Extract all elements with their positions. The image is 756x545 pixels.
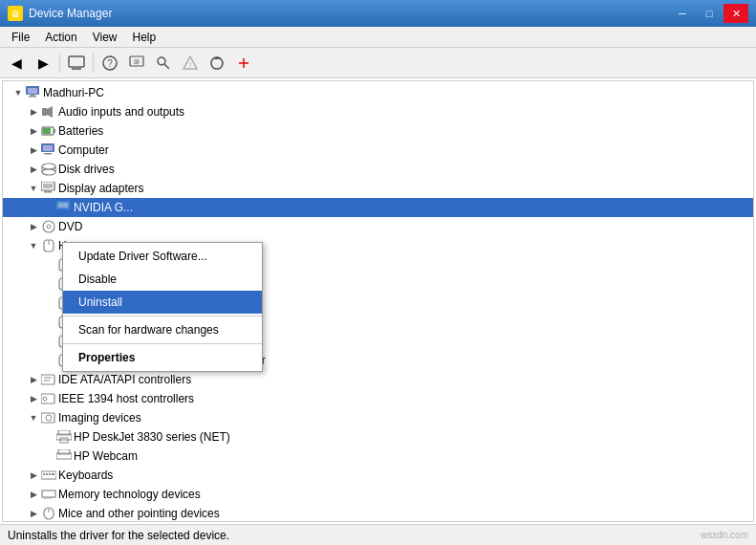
printer-icon xyxy=(56,429,72,445)
svg-rect-56 xyxy=(41,413,54,423)
tree-label-displayadapters: Display adapters xyxy=(58,182,143,195)
ide-icon xyxy=(41,372,56,387)
back-button[interactable]: ◀ xyxy=(4,52,29,75)
tree-item-diskdrives[interactable]: ▶ Disk drives xyxy=(3,160,753,179)
tree-label-dvd: DVD xyxy=(58,220,82,233)
ieee-icon xyxy=(41,391,56,406)
toolbar-icon-5[interactable]: ! xyxy=(178,52,203,75)
svg-rect-18 xyxy=(42,108,47,116)
ctx-disable[interactable]: Disable xyxy=(63,268,262,291)
svg-point-7 xyxy=(158,57,165,65)
window-title: Device Manager xyxy=(29,7,112,20)
svg-point-57 xyxy=(46,415,52,421)
minimize-button[interactable]: ─ xyxy=(670,4,695,23)
ctx-update-driver[interactable]: Update Driver Software... xyxy=(63,245,262,268)
tree-item-memory[interactable]: ▶ Memory technology devices xyxy=(3,485,753,504)
svg-text:?: ? xyxy=(107,58,113,69)
tree-item-hp-webcam[interactable]: HP Webcam xyxy=(3,447,753,466)
tree-item-keyboards[interactable]: ▶ Keyboards xyxy=(3,466,753,485)
tree-label-audio: Audio inputs and outputs xyxy=(58,105,184,119)
tree-item-ieee[interactable]: ▶ IEEE 1394 host controllers xyxy=(3,389,753,408)
svg-rect-31 xyxy=(43,184,53,188)
memory-icon xyxy=(41,487,56,502)
expand-ieee[interactable]: ▶ xyxy=(26,391,41,406)
svg-rect-32 xyxy=(44,191,52,193)
device-tree[interactable]: ▼ Madhuri-PC ▶ Audio inputs and outputs … xyxy=(2,80,754,522)
tree-label-diskdrives: Disk drives xyxy=(58,163,115,176)
tree-item-batteries[interactable]: ▶ Batteries xyxy=(3,121,753,141)
tree-item-displayadapters[interactable]: ▼ Display adapters xyxy=(3,179,753,198)
expand-keyboards[interactable]: ▶ xyxy=(26,468,41,483)
maximize-button[interactable]: □ xyxy=(697,4,722,23)
menu-action[interactable]: Action xyxy=(37,29,84,46)
svg-rect-34 xyxy=(58,203,68,207)
expand-hid3 xyxy=(41,295,56,311)
expand-mice[interactable]: ▶ xyxy=(26,506,41,521)
dvd-icon xyxy=(41,219,56,234)
tree-item-ide[interactable]: ▶ IDE ATA/ATAPI controllers xyxy=(3,370,753,389)
context-menu: Update Driver Software... Disable Uninst… xyxy=(62,242,263,372)
tree-item-root[interactable]: ▼ Madhuri-PC xyxy=(3,83,753,102)
expand-computer[interactable]: ▶ xyxy=(26,142,41,158)
expand-imaging[interactable]: ▼ xyxy=(26,410,41,425)
tree-item-computer[interactable]: ▶ Computer xyxy=(3,141,753,160)
svg-point-35 xyxy=(43,221,54,232)
toolbar-icon-7[interactable] xyxy=(231,52,256,75)
tree-label-hp-webcam: HP Webcam xyxy=(74,449,138,463)
computer-icon-btn[interactable] xyxy=(64,52,89,75)
toolbar-icon-4[interactable] xyxy=(151,52,176,75)
tree-item-imaging[interactable]: ▼ Imaging devices xyxy=(3,408,753,427)
tree-item-audio[interactable]: ▶ Audio inputs and outputs xyxy=(3,102,753,121)
tree-item-mice[interactable]: ▶ Mice and other pointing devices xyxy=(3,504,753,522)
expand-root[interactable]: ▼ xyxy=(11,85,26,100)
tree-label-ide: IDE ATA/ATAPI controllers xyxy=(58,373,191,386)
expand-diskdrives[interactable]: ▶ xyxy=(26,162,41,177)
svg-text:!: ! xyxy=(189,59,191,68)
expand-human[interactable]: ▼ xyxy=(26,238,41,253)
title-bar: 🖥 Device Manager ─ □ ✕ xyxy=(0,0,756,27)
toolbar-icon-3[interactable]: ⊞ xyxy=(124,52,149,75)
svg-rect-65 xyxy=(46,473,48,475)
svg-rect-25 xyxy=(44,153,52,155)
expand-hid1 xyxy=(41,257,56,272)
close-button[interactable]: ✕ xyxy=(724,4,748,23)
tree-item-dvd[interactable]: ▶ DVD xyxy=(3,217,753,236)
toolbar-separator-1 xyxy=(59,54,60,73)
svg-text:⊞: ⊞ xyxy=(134,57,140,64)
expand-memory[interactable]: ▶ xyxy=(26,487,41,502)
svg-rect-51 xyxy=(41,375,54,384)
display-icon xyxy=(41,181,56,196)
expand-hp-printer xyxy=(41,429,56,445)
menu-view[interactable]: View xyxy=(85,29,125,46)
ctx-uninstall[interactable]: Uninstall xyxy=(63,291,262,314)
expand-hid5 xyxy=(41,334,56,349)
svg-rect-68 xyxy=(42,490,55,497)
svg-rect-15 xyxy=(28,88,37,94)
svg-rect-64 xyxy=(43,473,45,475)
tree-label-imaging: Imaging devices xyxy=(58,411,141,425)
app-icon: 🖥 xyxy=(8,6,23,21)
tree-label-keyboards: Keyboards xyxy=(58,469,113,482)
toolbar: ◀ ▶ ? ⊞ ! xyxy=(0,48,756,78)
menu-bar: File Action View Help xyxy=(0,27,756,48)
tree-label-hp-printer: HP DeskJet 3830 series (NET) xyxy=(74,430,230,444)
expand-ide[interactable]: ▶ xyxy=(26,372,41,387)
menu-file[interactable]: File xyxy=(4,29,37,46)
tree-item-hp-printer[interactable]: HP DeskJet 3830 series (NET) xyxy=(3,427,753,447)
help-button[interactable]: ? xyxy=(97,52,122,75)
expand-audio[interactable]: ▶ xyxy=(26,104,41,120)
svg-rect-1 xyxy=(72,68,81,70)
tree-item-nvidia[interactable]: NVIDIA G... xyxy=(3,198,753,217)
tree-label-ieee: IEEE 1394 host controllers xyxy=(58,392,194,405)
toolbar-separator-2 xyxy=(93,54,94,73)
expand-displayadapters[interactable]: ▼ xyxy=(26,181,41,196)
toolbar-icon-6[interactable] xyxy=(205,52,229,75)
expand-dvd[interactable]: ▶ xyxy=(26,219,41,234)
expand-hp-webcam xyxy=(41,448,56,464)
expand-batteries[interactable]: ▶ xyxy=(26,123,41,139)
watermark: wsxdn.com xyxy=(701,530,748,540)
ctx-scan[interactable]: Scan for hardware changes xyxy=(63,318,262,341)
ctx-properties[interactable]: Properties xyxy=(63,346,262,369)
forward-button[interactable]: ▶ xyxy=(31,52,55,75)
menu-help[interactable]: Help xyxy=(125,29,164,46)
